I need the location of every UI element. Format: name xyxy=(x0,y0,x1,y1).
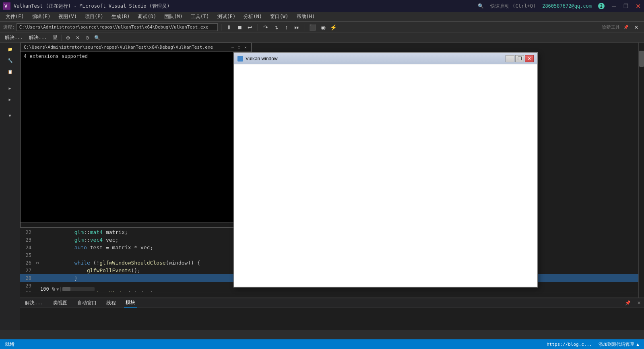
debug-path: C:\Users\Administrator\source\repos\Vulk… xyxy=(17,23,218,31)
search-icon: 🔍 xyxy=(478,3,484,9)
console-title-buttons: ─ ❐ ✕ xyxy=(230,45,248,50)
title-bar-right: 🔍 快速启动 (Ctrl+Q) 2860587672@qq.com 2 ─ ❐ … xyxy=(478,3,641,10)
toolbar-separator-3 xyxy=(305,24,305,31)
toolbar-separator-1 xyxy=(221,24,221,31)
diagnostics-close-button[interactable]: ✕ xyxy=(632,23,641,31)
debug-toolbar: 进程: C:\Users\Administrator\source\repos\… xyxy=(0,22,644,33)
zoom-value: 100 % xyxy=(40,286,55,292)
status-link[interactable]: https://blog.c... xyxy=(547,342,592,347)
step-into-button[interactable]: ↴ xyxy=(272,23,281,31)
toolbar-separator-2 xyxy=(258,24,258,31)
process-label: 进程: xyxy=(3,24,15,30)
left-sidebar: 📁 🔧 📋 ▶ ▶ ▼ xyxy=(0,43,20,330)
step-over-button[interactable]: ↷ xyxy=(261,23,270,31)
scroll-track[interactable] xyxy=(62,287,95,291)
scroll-thumb[interactable] xyxy=(62,287,70,291)
zoom-sep xyxy=(60,287,61,292)
menu-edit[interactable]: 编辑(E) xyxy=(28,12,55,21)
menu-bar: 文件(F) 编辑(E) 视图(V) 项目(P) 生成(B) 调试(D) 团队(M… xyxy=(0,12,644,22)
showtab-item[interactable]: 显 xyxy=(51,34,59,41)
exception-button[interactable]: ⚡ xyxy=(329,23,338,31)
menu-analyze[interactable]: 分析(N) xyxy=(239,12,266,21)
run-to-cursor-button[interactable]: ⏭ xyxy=(293,23,301,31)
sidebar-icon-expand3[interactable]: ▼ xyxy=(3,111,17,120)
menu-view[interactable]: 视图(V) xyxy=(54,12,81,21)
console-line-1: 4 extensions supported xyxy=(24,53,248,59)
menu-window[interactable]: 窗口(W) xyxy=(266,12,293,21)
menu-team[interactable]: 团队(M) xyxy=(160,12,187,21)
breakpoints-button[interactable]: ◉ xyxy=(319,23,328,31)
tab-modules[interactable]: 模块 xyxy=(124,298,137,308)
menu-test[interactable]: 测试(E) xyxy=(213,12,240,21)
vulkan-minimize-button[interactable]: ─ xyxy=(506,55,514,62)
status-bar: 就绪 https://blog.c... 添加到源代码管理 ▲ xyxy=(0,339,644,349)
console-hscrollbar[interactable] xyxy=(21,222,246,227)
menu-build[interactable]: 生成(B) xyxy=(107,12,134,21)
menu-file[interactable]: 文件(F) xyxy=(2,12,28,21)
toolbar2-sep xyxy=(62,35,62,41)
user-info[interactable]: 2860587672@qq.com xyxy=(542,3,592,9)
tab-autowindow[interactable]: 自动窗口 xyxy=(76,299,98,307)
menu-debug[interactable]: 调试(D) xyxy=(134,12,160,21)
console-title-text: C:\Users\Administrator\source\repos\Vulk… xyxy=(24,45,213,50)
tb2-btn1[interactable]: ⊕ xyxy=(64,34,72,41)
status-vcs[interactable]: 添加到源代码管理 ▲ xyxy=(599,341,639,347)
diagnostics-pin-button[interactable]: 📌 xyxy=(621,23,630,31)
vulkan-title-bar: Vulkan window ─ ❐ ✕ xyxy=(234,53,537,64)
menu-help[interactable]: 帮助(H) xyxy=(293,12,319,21)
toggle-breakpoint-button[interactable]: ⬛ xyxy=(308,23,317,31)
editor-hscrollbar[interactable] xyxy=(20,292,638,298)
sidebar-arrow-expand2[interactable]: ▶ xyxy=(3,94,17,104)
solve-item[interactable]: 解决... xyxy=(3,34,25,41)
sidebar-arrow-expand[interactable]: ▶ xyxy=(3,83,17,93)
sidebar-icon-solution[interactable]: 📁 xyxy=(3,44,17,54)
tab-solve[interactable]: 解决... xyxy=(23,299,45,307)
vulkan-close-button[interactable]: ✕ xyxy=(525,55,534,62)
console-title-bar: C:\Users\Administrator\source\repos\Vulk… xyxy=(21,43,251,52)
title-bar-left: V VulkanTest (正在运行) - Microsoft Visual S… xyxy=(3,2,169,10)
vulkan-restore-button[interactable]: ❐ xyxy=(515,55,524,62)
menu-project[interactable]: 项目(P) xyxy=(81,12,107,21)
vulkan-icon xyxy=(237,56,243,62)
editor-vscrollbar[interactable] xyxy=(638,43,644,298)
close-button[interactable]: ✕ xyxy=(635,3,641,9)
tb2-btn4[interactable]: 🔍 xyxy=(93,34,101,41)
step-out-button[interactable]: ↑ xyxy=(282,23,291,31)
zoom-control-bar: 100 % ▼ xyxy=(40,286,95,292)
diagnostics-label: 诊断工具 xyxy=(602,24,620,30)
vulkan-title-text: Vulkan window xyxy=(246,56,278,62)
tb2-btn3[interactable]: ⊖ xyxy=(84,34,91,41)
notification-badge[interactable]: 2 xyxy=(598,3,605,9)
console-maximize[interactable]: ❐ xyxy=(237,45,242,50)
console-close[interactable]: ✕ xyxy=(243,45,248,50)
restore-button[interactable]: ❐ xyxy=(623,3,629,9)
minimize-button[interactable]: ─ xyxy=(611,3,617,9)
sidebar-icon-class[interactable]: 📋 xyxy=(3,67,17,76)
vulkan-title-buttons: ─ ❐ ✕ xyxy=(506,55,534,62)
sidebar-icon-properties[interactable]: 🔧 xyxy=(3,55,17,65)
module-panel-content xyxy=(20,308,644,330)
vulkan-title-left: Vulkan window xyxy=(237,56,278,62)
editor-vscroll-thumb[interactable] xyxy=(639,51,644,67)
restart-button[interactable]: ↩ xyxy=(246,23,254,31)
app-title: VulkanTest (正在运行) - Microsoft Visual Stu… xyxy=(14,3,169,10)
panel-close-button[interactable]: ✕ xyxy=(637,300,641,306)
tab-threads[interactable]: 线程 xyxy=(105,299,118,307)
secondary-toolbar: 解决... 解决... 显 ⊕ ✕ ⊖ 🔍 xyxy=(0,33,644,43)
menu-tools[interactable]: 工具(T) xyxy=(187,12,213,21)
console-window: C:\Users\Administrator\source\repos\Vulk… xyxy=(20,43,252,228)
tab-classview[interactable]: 类视图 xyxy=(52,299,69,307)
stop-button[interactable]: ⏹ xyxy=(235,23,244,31)
console-content: 4 extensions supported xyxy=(21,52,251,227)
vs-logo: V xyxy=(3,2,10,10)
sidebar-divider xyxy=(10,80,10,80)
quick-launch[interactable]: 快速启动 (Ctrl+Q) xyxy=(490,3,536,10)
console-minimize[interactable]: ─ xyxy=(230,45,235,50)
tb2-btn2[interactable]: ✕ xyxy=(74,34,81,41)
panel-pin-button[interactable]: 📌 xyxy=(625,300,631,306)
module-panel: 解决... 类视图 自动窗口 线程 模块 📌 ✕ xyxy=(20,298,644,330)
title-bar: V VulkanTest (正在运行) - Microsoft Visual S… xyxy=(0,0,644,12)
pause-button[interactable]: ⏸ xyxy=(225,23,233,31)
zoom-dropdown-icon[interactable]: ▼ xyxy=(56,287,59,292)
resolve-item[interactable]: 解决... xyxy=(27,34,49,41)
